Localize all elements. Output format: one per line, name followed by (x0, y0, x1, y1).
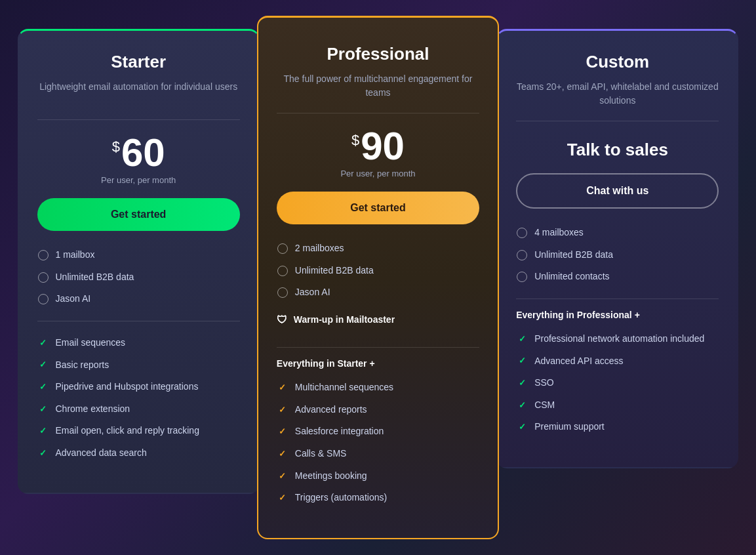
check-icon: ✓ (277, 492, 288, 504)
list-item: Unlimited B2B data (277, 260, 479, 282)
circle-icon (37, 272, 49, 283)
list-item: ✓ Email open, click and reply tracking (37, 420, 240, 442)
circle-icon (37, 293, 49, 305)
custom-description: Teams 20+, email API, whitelabel and cus… (516, 80, 719, 108)
list-item: ✓ Advanced reports (277, 399, 479, 421)
starter-price-amount: $ 60 (112, 133, 165, 173)
custom-card: Custom Teams 20+, email API, whitelabel … (496, 29, 738, 468)
check-icon: ✓ (37, 381, 49, 393)
starter-card: Starter Lightweight email automation for… (18, 29, 260, 494)
list-item: ✓ Advanced API access (516, 350, 719, 373)
list-item: Unlimited B2B data (516, 244, 719, 266)
custom-section-header: Everything in Professional + (516, 310, 719, 320)
list-item: 2 mailboxes (277, 237, 479, 260)
list-item: 4 mailboxes (516, 222, 719, 244)
check-icon: ✓ (516, 377, 528, 389)
list-item: ✓ Email sequences (37, 332, 240, 354)
professional-check-features: ✓ Multichannel sequences ✓ Advanced repo… (277, 377, 479, 509)
list-item: 1 mailbox (37, 244, 240, 266)
list-item: ✓ Advanced data search (37, 442, 240, 464)
professional-price-section: $ 90 Per user, per month (277, 127, 479, 178)
professional-divider-mid (277, 347, 479, 348)
check-icon: ✓ (277, 426, 288, 438)
check-icon: ✓ (277, 404, 288, 416)
starter-check-features: ✓ Email sequences ✓ Basic reports ✓ Pipe… (37, 332, 240, 464)
circle-icon (516, 271, 528, 283)
custom-divider-mid (516, 298, 719, 299)
list-item: 🛡 Warm-up in Mailtoaster (277, 304, 479, 337)
list-item: ✓ CSM (516, 394, 719, 417)
list-item: ✓ Premium support (516, 416, 719, 438)
professional-price-amount: $ 90 (351, 127, 405, 166)
starter-price-dollar: $ (112, 138, 120, 155)
check-icon: ✓ (37, 447, 49, 459)
talk-to-sales-label: Talk to sales (516, 140, 719, 160)
warmup-feature: 🛡 Warm-up in Mailtoaster (277, 308, 395, 332)
custom-divider-top (516, 121, 719, 121)
starter-basic-features: 1 mailbox Unlimited B2B data Jason AI (37, 244, 240, 310)
list-item: ✓ Salesforce integration (277, 421, 479, 443)
list-item: Unlimited contacts (516, 266, 719, 288)
list-item: Jason AI (37, 288, 240, 310)
professional-description: The full power of multichannel engagemen… (277, 72, 479, 100)
starter-price-number: 60 (121, 133, 165, 173)
list-item: ✓ Chrome extension (37, 398, 240, 421)
list-item: ✓ Triggers (automations) (277, 487, 479, 509)
check-icon: ✓ (516, 400, 528, 411)
list-item: ✓ Meetings booking (277, 465, 479, 487)
check-icon: ✓ (516, 421, 528, 433)
check-icon: ✓ (277, 382, 288, 394)
starter-divider-top (37, 119, 240, 120)
pricing-container: Starter Lightweight email automation for… (18, 16, 739, 539)
list-item: Jason AI (277, 281, 479, 304)
check-icon: ✓ (37, 425, 49, 437)
starter-price-section: $ 60 Per user, per month (37, 133, 240, 185)
professional-section-header: Everything in Starter + (277, 358, 479, 369)
circle-icon (516, 227, 528, 239)
professional-price-number: 90 (361, 127, 405, 166)
professional-cta-button[interactable]: Get started (277, 192, 479, 224)
list-item: ✓ Basic reports (37, 354, 240, 377)
warmup-icon: 🛡 (277, 313, 287, 327)
list-item: ✓ SSO (516, 372, 719, 394)
check-icon: ✓ (516, 333, 528, 345)
circle-icon (277, 243, 288, 255)
professional-price-dollar: $ (351, 132, 359, 149)
check-icon: ✓ (37, 360, 49, 371)
check-icon: ✓ (277, 470, 288, 482)
starter-divider-mid (37, 321, 240, 321)
starter-plan-name: Starter (37, 52, 240, 72)
custom-cta-button[interactable]: Chat with us (516, 173, 719, 209)
list-item: ✓ Calls & SMS (277, 443, 479, 465)
starter-cta-button[interactable]: Get started (37, 198, 240, 231)
professional-card: Professional The full power of multichan… (257, 16, 499, 539)
check-icon: ✓ (516, 356, 528, 367)
professional-basic-features: 2 mailboxes Unlimited B2B data Jason AI … (277, 237, 479, 337)
list-item: ✓ Pipedrive and Hubspot integrations (37, 376, 240, 398)
circle-icon (277, 287, 288, 298)
custom-check-features: ✓ Professional network automation includ… (516, 328, 719, 438)
circle-icon (277, 265, 288, 277)
professional-price-period: Per user, per month (277, 169, 479, 178)
custom-plan-name: Custom (516, 52, 719, 72)
professional-plan-name: Professional (277, 44, 479, 64)
starter-description: Lightweight email automation for individ… (37, 80, 240, 106)
list-item: ✓ Professional network automation includ… (516, 328, 719, 350)
circle-icon (37, 249, 49, 261)
circle-icon (516, 249, 528, 261)
check-icon: ✓ (37, 403, 49, 415)
check-icon: ✓ (277, 448, 288, 460)
check-icon: ✓ (37, 337, 49, 349)
list-item: Unlimited B2B data (37, 266, 240, 289)
custom-basic-features: 4 mailboxes Unlimited B2B data Unlimited… (516, 222, 719, 288)
starter-price-period: Per user, per month (37, 175, 240, 185)
professional-divider-top (277, 113, 479, 113)
list-item: ✓ Multichannel sequences (277, 377, 479, 399)
